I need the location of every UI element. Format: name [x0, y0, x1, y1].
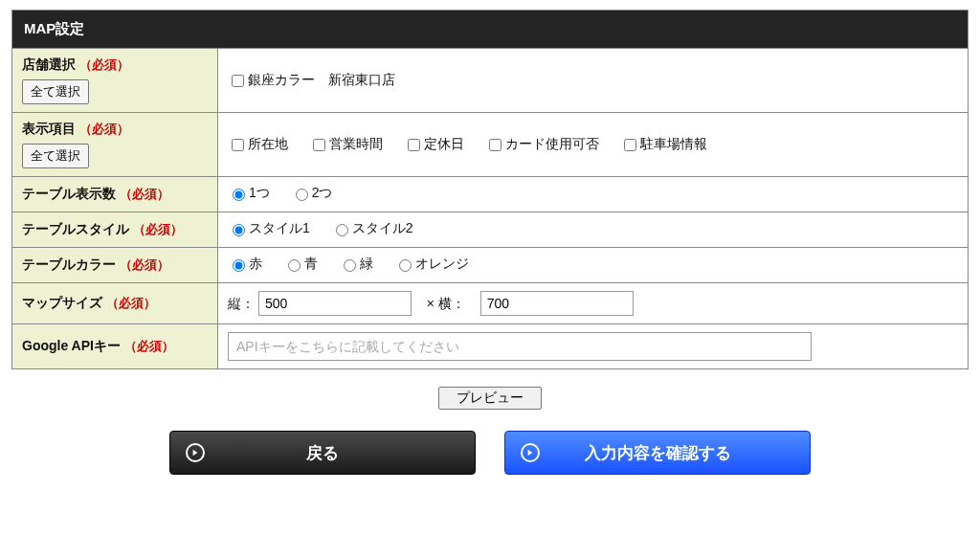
row-label: マップサイズ: [22, 295, 102, 310]
table-style-radio[interactable]: [233, 224, 245, 236]
table-color-option[interactable]: オレンジ: [394, 256, 469, 273]
field-checkbox[interactable]: [624, 139, 636, 151]
table-style-option[interactable]: スタイル1: [228, 220, 310, 237]
table-style-option[interactable]: スタイル2: [331, 220, 413, 237]
required-tag: （必須）: [120, 257, 169, 272]
row-map-size: マップサイズ （必須） 縦： × 横：: [12, 283, 969, 324]
required-tag: （必須）: [124, 339, 174, 353]
table-style-radio[interactable]: [336, 224, 348, 236]
field-option[interactable]: 駐車場情報: [620, 136, 707, 154]
field-option[interactable]: カード使用可否: [485, 136, 599, 154]
arrow-right-icon: [521, 443, 540, 462]
table-color-option[interactable]: 赤: [228, 256, 262, 273]
row-api-key: Google APIキー （必須）: [12, 324, 969, 369]
select-all-stores-button[interactable]: 全て選択: [22, 79, 89, 104]
required-tag: （必須）: [79, 57, 129, 72]
row-label: Google APIキー: [22, 338, 121, 353]
field-checkbox[interactable]: [489, 139, 501, 151]
required-tag: （必須）: [120, 187, 169, 201]
row-table-color: テーブルカラー （必須） 赤 青 緑 オレンジ: [12, 248, 969, 283]
table-color-option[interactable]: 青: [283, 256, 318, 273]
field-checkbox[interactable]: [313, 139, 325, 151]
table-header: MAP設定: [12, 11, 969, 49]
api-key-input[interactable]: [228, 332, 812, 361]
required-tag: （必須）: [133, 222, 183, 236]
row-store-select: 店舗選択 （必須） 全て選択 銀座カラー 新宿東口店: [12, 49, 969, 113]
table-color-option[interactable]: 緑: [339, 256, 373, 273]
row-table-count: テーブル表示数 （必須） 1つ 2つ: [12, 177, 969, 212]
table-color-radio[interactable]: [288, 259, 301, 272]
field-option[interactable]: 営業時間: [309, 136, 383, 154]
table-count-option[interactable]: 1つ: [228, 185, 270, 202]
size-separator: × 横：: [427, 296, 465, 313]
arrow-right-icon: [186, 443, 205, 462]
field-checkbox[interactable]: [232, 139, 244, 151]
row-label: テーブル表示数: [22, 186, 116, 201]
table-color-radio[interactable]: [344, 259, 356, 272]
table-color-radio[interactable]: [399, 259, 412, 272]
required-tag: （必須）: [79, 122, 129, 136]
row-label: 表示項目: [22, 121, 76, 136]
map-settings-table: MAP設定 店舗選択 （必須） 全て選択 銀座カラー 新宿東口店 表示項目 （必…: [11, 10, 969, 369]
field-option[interactable]: 所在地: [228, 136, 288, 154]
map-width-input[interactable]: [480, 291, 634, 316]
preview-button[interactable]: プレビュー: [438, 387, 542, 410]
field-checkbox[interactable]: [408, 139, 420, 151]
row-table-style: テーブルスタイル （必須） スタイル1 スタイル2: [12, 212, 969, 248]
row-label: 店舗選択: [22, 56, 76, 72]
table-count-radio[interactable]: [233, 189, 245, 201]
table-count-radio[interactable]: [296, 189, 308, 201]
store-option[interactable]: 銀座カラー 新宿東口店: [228, 72, 395, 90]
confirm-button[interactable]: 入力内容を確認する: [504, 431, 811, 475]
store-checkbox[interactable]: [232, 75, 244, 87]
row-label: テーブルカラー: [22, 256, 116, 272]
row-label: テーブルスタイル: [22, 221, 129, 236]
select-all-fields-button[interactable]: 全て選択: [22, 144, 89, 168]
map-height-input[interactable]: [258, 291, 412, 316]
table-count-option[interactable]: 2つ: [291, 185, 333, 202]
height-label: 縦：: [228, 296, 255, 311]
field-option[interactable]: 定休日: [404, 136, 464, 154]
required-tag: （必須）: [106, 296, 156, 310]
row-display-fields: 表示項目 （必須） 全て選択 所在地 営業時間 定休日: [12, 113, 969, 177]
back-button[interactable]: 戻る: [169, 431, 476, 475]
table-color-radio[interactable]: [233, 259, 245, 272]
